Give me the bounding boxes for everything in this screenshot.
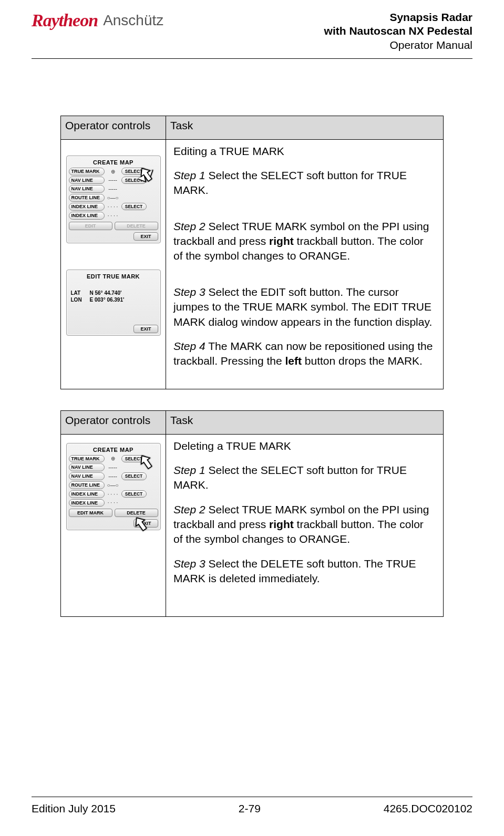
brand-logo: Raytheon Anschütz — [32, 11, 163, 30]
index-line-button[interactable]: INDEX LINE — [69, 212, 105, 220]
controls-cell-edit: CREATE MAP TRUE MARK ⊕ SELECT NAV LINE -… — [61, 139, 166, 389]
row-nav-line-2: NAV LINE ----- — [69, 185, 158, 193]
exit-button[interactable]: EXIT — [133, 325, 158, 333]
task-cell-delete: Deleting a TRUE MARK Step 1 Select the S… — [166, 434, 444, 617]
doc-title-line1: Synapsis Radar — [324, 11, 472, 24]
doc-title-line3: Operator Manual — [324, 38, 472, 52]
dash-icon: ----- — [107, 473, 119, 479]
select-button[interactable]: SELECT — [121, 455, 147, 462]
delete-button[interactable]: DELETE — [115, 222, 158, 230]
footer-edition: Edition July 2015 — [32, 802, 116, 815]
col-header-task: Task — [166, 410, 444, 434]
lon-label: LON — [71, 297, 85, 303]
raytheon-logo: Raytheon — [32, 11, 98, 30]
footer-page-number: 2-79 — [239, 802, 261, 815]
anschutz-logo: Anschütz — [103, 12, 163, 29]
select-button[interactable]: SELECT — [121, 472, 147, 480]
dash-icon: ----- — [107, 186, 119, 192]
edit-button[interactable]: EDIT — [69, 222, 112, 230]
circle-icon: ○—○ — [107, 195, 119, 201]
dash-icon: ----- — [107, 177, 119, 183]
step-1: Step 1 Select the SELECT soft button for… — [173, 168, 436, 198]
row-route-line: ROUTE LINE ○—○ — [69, 194, 158, 202]
task-table-delete: Operator controls Task CREATE MAP TRUE M… — [60, 410, 444, 617]
lat-row: LAT N 56° 44.740' — [71, 290, 156, 296]
step-2: Step 2 Select TRUE MARK symbol on the PP… — [173, 502, 436, 547]
panel-title: CREATE MAP — [69, 159, 158, 166]
nav-line-button[interactable]: NAV LINE — [69, 185, 105, 193]
step-1: Step 1 Select the SELECT soft button for… — [173, 463, 436, 493]
create-map-panel: CREATE MAP TRUE MARK ⊕ SELECT NAV LINE -… — [66, 156, 161, 243]
footer-doc-id: 4265.DOC020102 — [384, 802, 472, 815]
nav-line-button[interactable]: NAV LINE — [69, 177, 105, 184]
circle-icon: ○—○ — [107, 482, 119, 488]
step-2: Step 2 Select TRUE MARK symbol on the PP… — [173, 219, 436, 264]
nav-line-button[interactable]: NAV LINE — [69, 463, 105, 471]
row-true-mark: TRUE MARK ⊕ SELECT — [69, 168, 158, 176]
oplus-icon: ⊕ — [107, 169, 119, 174]
true-mark-button[interactable]: TRUE MARK — [69, 455, 105, 463]
route-line-button[interactable]: ROUTE LINE — [69, 481, 105, 489]
exit-button[interactable]: EXIT — [133, 519, 158, 528]
doc-title-line2: with Nautoscan NX Pedestal — [324, 24, 472, 38]
page-header: Raytheon Anschütz Synapsis Radar with Na… — [32, 11, 472, 59]
nav-line-button[interactable]: NAV LINE — [69, 472, 105, 480]
page-footer: Edition July 2015 2-79 4265.DOC020102 — [32, 797, 472, 815]
select-button[interactable]: SELECT — [121, 490, 147, 498]
select-button[interactable]: SELECT — [121, 177, 147, 184]
col-header-controls: Operator controls — [61, 410, 166, 434]
controls-cell-delete: CREATE MAP TRUE MARK⊕SELECT NAV LINE----… — [61, 434, 166, 617]
row-index-line-2: INDEX LINE · · · · — [69, 212, 158, 220]
step-3: Step 3 Select the EDIT soft button. The … — [173, 285, 436, 329]
true-mark-button[interactable]: TRUE MARK — [69, 168, 105, 176]
dots-icon: · · · · — [107, 213, 119, 219]
select-button[interactable]: SELECT — [121, 203, 147, 210]
task-cell-edit: Editing a TRUE MARK Step 1 Select the SE… — [166, 139, 444, 389]
index-line-button[interactable]: INDEX LINE — [69, 499, 105, 507]
col-header-task: Task — [166, 116, 444, 139]
edit-true-mark-panel: EDIT TRUE MARK LAT N 56° 44.740' LON E 0… — [66, 270, 161, 336]
panel-title: CREATE MAP — [69, 447, 158, 453]
lat-value: N 56° 44.740' — [90, 290, 122, 296]
edit-mark-button[interactable]: EDIT MARK — [69, 509, 112, 517]
index-line-button[interactable]: INDEX LINE — [69, 203, 105, 211]
lon-value: E 003° 06.391' — [90, 297, 125, 303]
task-title: Deleting a TRUE MARK — [173, 439, 436, 453]
task-table-edit: Operator controls Task CREATE MAP TRUE M… — [60, 116, 444, 389]
col-header-controls: Operator controls — [61, 116, 166, 139]
exit-button[interactable]: EXIT — [133, 232, 158, 241]
document-title-block: Synapsis Radar with Nautoscan NX Pedesta… — [324, 11, 472, 52]
panel-title: EDIT TRUE MARK — [69, 273, 158, 280]
step-4: Step 4 The MARK can now be repositioned … — [173, 339, 436, 369]
index-line-button[interactable]: INDEX LINE — [69, 490, 105, 498]
create-map-panel-2: CREATE MAP TRUE MARK⊕SELECT NAV LINE----… — [66, 443, 161, 531]
dots-icon: · · · · — [107, 491, 119, 497]
row-index-line: INDEX LINE · · · · SELECT — [69, 203, 158, 211]
lon-row: LON E 003° 06.391' — [71, 297, 156, 303]
lat-label: LAT — [71, 290, 85, 296]
dash-icon: ----- — [107, 465, 119, 470]
row-nav-line: NAV LINE ----- SELECT — [69, 177, 158, 184]
task-title: Editing a TRUE MARK — [173, 144, 436, 159]
step-3: Step 3 Select the DELETE soft button. Th… — [173, 556, 436, 586]
delete-button[interactable]: DELETE — [115, 509, 158, 517]
dots-icon: · · · · — [107, 204, 119, 210]
route-line-button[interactable]: ROUTE LINE — [69, 194, 105, 202]
select-button[interactable]: SELECT — [121, 168, 147, 175]
oplus-icon: ⊕ — [107, 456, 119, 461]
dots-icon: · · · · — [107, 500, 119, 505]
